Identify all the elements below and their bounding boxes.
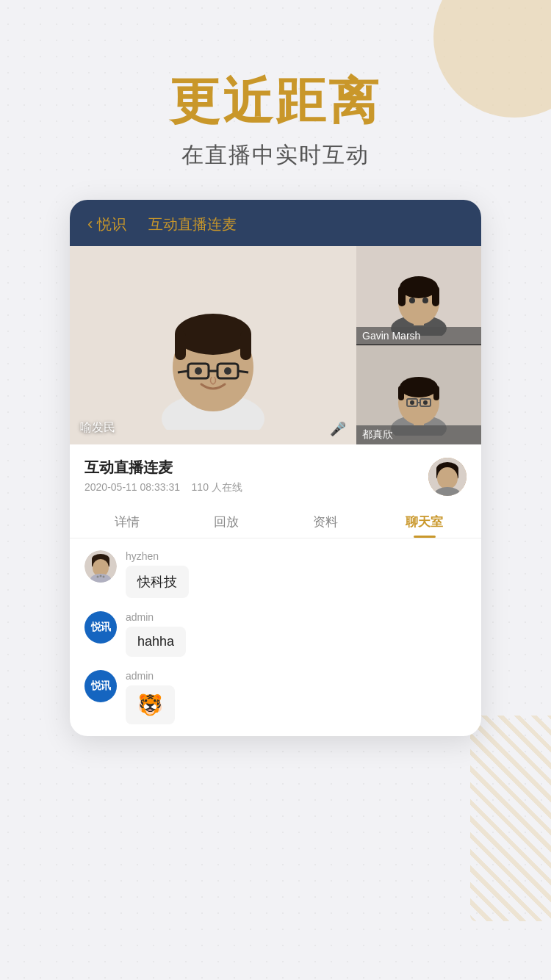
- chat-avatar-1: [84, 550, 117, 583]
- svg-point-19: [409, 298, 415, 303]
- tab-replay-label: 回放: [214, 515, 239, 529]
- video-side-top: Gavin Marsh: [356, 246, 481, 346]
- chat-user1-avatar-image: [84, 550, 117, 583]
- chat-message-1: hyzhen 快科技: [84, 550, 467, 598]
- card-info: 互动直播连麦 2020-05-11 08:33:31 110 人在线: [70, 444, 481, 503]
- side-person1-avatar: [382, 255, 455, 336]
- main-video-face: [70, 246, 356, 444]
- card-info-meta: 2020-05-11 08:33:31 110 人在线: [84, 481, 242, 494]
- svg-point-45: [100, 574, 102, 577]
- chat-content-1: hyzhen 快科技: [126, 550, 189, 598]
- back-button[interactable]: ‹ 悦识: [87, 215, 126, 234]
- video-side-bottom: 都真欣: [356, 345, 481, 444]
- tab-replay[interactable]: 回放: [176, 503, 276, 538]
- side-bottom-name: 都真欣: [362, 428, 393, 440]
- svg-point-31: [423, 400, 428, 405]
- main-person-avatar: [140, 261, 287, 430]
- video-grid: 喻发民 🎤: [70, 246, 481, 444]
- chat-avatar-2: 悦讯: [84, 611, 117, 644]
- chat-list: hyzhen 快科技 悦讯 admin hahha 悦讯 admin 🐯: [70, 538, 481, 736]
- svg-point-10: [224, 367, 231, 375]
- chat-bubble-1: 快科技: [126, 566, 189, 598]
- svg-point-30: [410, 400, 414, 405]
- svg-rect-5: [240, 331, 251, 360]
- chat-username-3: admin: [126, 670, 175, 682]
- tab-details[interactable]: 详情: [77, 503, 176, 538]
- brand-logo-text-1: 悦讯: [91, 621, 110, 634]
- svg-point-36: [437, 467, 458, 489]
- host-avatar-image: [428, 458, 467, 496]
- card-header: ‹ 悦识 互动直播连麦: [70, 200, 481, 246]
- chat-message-2: 悦讯 admin hahha: [84, 611, 467, 657]
- video-side-panel: Gavin Marsh: [356, 246, 481, 444]
- svg-point-44: [97, 575, 99, 577]
- card-info-left: 互动直播连麦 2020-05-11 08:33:31 110 人在线: [84, 458, 242, 494]
- card-tabs: 详情 回放 资料 聊天室: [70, 503, 481, 538]
- svg-rect-18: [432, 286, 439, 306]
- chat-content-3: admin 🐯: [126, 670, 175, 724]
- svg-rect-25: [398, 386, 404, 400]
- side-person2-avatar: [382, 355, 455, 436]
- side-top-name-overlay: Gavin Marsh: [356, 327, 481, 345]
- chat-message-3: 悦讯 admin 🐯: [84, 670, 467, 724]
- side-bottom-name-overlay: 都真欣: [356, 425, 481, 444]
- svg-rect-4: [175, 331, 186, 360]
- svg-point-20: [422, 298, 428, 303]
- microphone-icon: 🎤: [330, 422, 346, 436]
- chat-avatar-3: 悦讯: [84, 670, 117, 702]
- tab-details-label: 详情: [115, 515, 140, 529]
- svg-rect-26: [433, 386, 439, 400]
- svg-point-9: [195, 367, 202, 375]
- brand-logo-text-2: 悦讯: [91, 680, 110, 693]
- phone-card: ‹ 悦识 互动直播连麦: [70, 200, 481, 736]
- svg-line-12: [238, 371, 248, 372]
- svg-point-46: [103, 575, 105, 577]
- chat-username-2: admin: [126, 611, 186, 623]
- hero-subtitle: 在直播中实时互动: [0, 140, 551, 170]
- mic-button[interactable]: 🎤: [330, 421, 346, 437]
- chat-bubble-3: 🐯: [126, 685, 175, 724]
- tab-chat-label: 聊天室: [406, 515, 443, 529]
- tab-materials[interactable]: 资料: [276, 503, 375, 538]
- chat-username-1: hyzhen: [126, 550, 189, 562]
- card-title: 互动直播连麦: [148, 215, 237, 234]
- card-info-online: 110 人在线: [192, 481, 242, 493]
- svg-rect-17: [398, 286, 406, 306]
- host-avatar: [428, 458, 467, 496]
- back-label: 悦识: [97, 215, 126, 234]
- tab-materials-label: 资料: [313, 515, 338, 529]
- tab-chat[interactable]: 聊天室: [375, 503, 474, 538]
- hero-title: 更近距离: [0, 73, 551, 129]
- svg-line-11: [178, 371, 188, 372]
- chat-emoji: 🐯: [137, 693, 163, 716]
- main-video-label: 喻发民: [80, 420, 115, 436]
- svg-point-3: [175, 314, 251, 355]
- svg-point-24: [400, 377, 438, 397]
- hero-section: 更近距离 在直播中实时互动: [0, 0, 551, 200]
- chat-content-2: admin hahha: [126, 611, 186, 657]
- chevron-left-icon: ‹: [87, 215, 93, 234]
- card-info-title: 互动直播连麦: [84, 458, 242, 478]
- card-info-date: 2020-05-11 08:33:31: [84, 481, 180, 493]
- video-main: 喻发民 🎤: [70, 246, 356, 444]
- chat-bubble-2: hahha: [126, 627, 186, 657]
- bg-stripe-decoration: [470, 716, 551, 921]
- side-top-name: Gavin Marsh: [362, 330, 420, 342]
